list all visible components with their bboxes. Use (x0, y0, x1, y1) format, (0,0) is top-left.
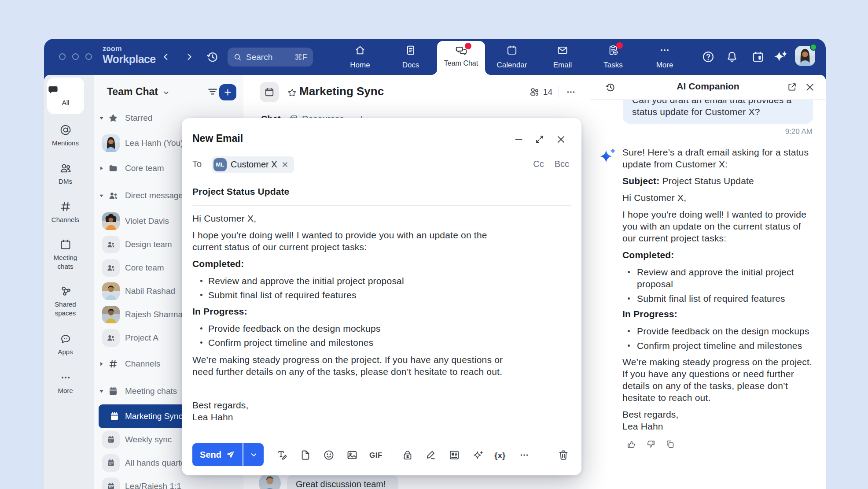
sidebar-item-lea-rajesh[interactable]: Lea/Rajesh 1:1 (94, 477, 243, 489)
rail-item-shared-spaces[interactable]: Sharedspaces (44, 285, 87, 318)
nav-label: Email (541, 61, 584, 70)
traffic-light-zoom[interactable] (85, 53, 92, 60)
rail-item-all[interactable]: All (47, 78, 84, 114)
bullet-list: Provide feedback on the design mockups C… (622, 325, 813, 352)
thumbs-up-icon[interactable] (626, 439, 636, 449)
bullet-item: Submit final list of required features (192, 289, 571, 301)
chevron-expanded-icon[interactable] (99, 389, 104, 394)
ai-companion-panel: AI Companion Can you draft an email that… (590, 75, 826, 489)
discard-trash-icon[interactable] (557, 449, 570, 461)
paragraph: Sure! Here’s a draft email asking for a … (622, 146, 813, 170)
toolbar-more-icon[interactable] (518, 449, 530, 461)
nav-calendar[interactable]: Calendar (491, 44, 533, 70)
open-in-new-icon[interactable] (787, 82, 798, 93)
send-plane-icon (225, 450, 235, 459)
nav-team-chat[interactable]: Team Chat (437, 41, 485, 75)
ai-compose-icon[interactable] (472, 449, 485, 461)
chevron-expanded-icon[interactable] (99, 116, 104, 121)
copy-icon[interactable] (665, 439, 675, 449)
new-chat-button[interactable] (219, 84, 236, 100)
chevron-collapsed-icon[interactable] (99, 362, 104, 367)
gif-icon[interactable]: GIF (369, 451, 383, 460)
channel-more-icon[interactable] (565, 86, 577, 98)
search-input[interactable]: Search ⌘F (228, 48, 313, 67)
rail-item-channels[interactable]: Channels (44, 200, 87, 224)
back-arrow-icon[interactable] (160, 51, 172, 63)
ai-close-icon[interactable] (804, 82, 816, 93)
favorite-star-icon[interactable] (287, 88, 297, 97)
rail-item-dms[interactable]: DMs (44, 162, 87, 186)
recipient-row: To ML Customer X Cc Bcc (192, 156, 571, 173)
rail-item-mentions[interactable]: Mentions (44, 123, 87, 148)
insert-image-icon[interactable] (346, 449, 358, 461)
recipient-name: Customer X (231, 159, 277, 170)
avatar-rajesh-sharma (102, 306, 120, 323)
recipient-chip[interactable]: ML Customer X (212, 156, 294, 173)
subject-field[interactable]: Project Status Update (192, 186, 289, 197)
attach-file-icon[interactable] (299, 449, 312, 461)
docs-icon (405, 44, 417, 57)
bold-heading: In Progress: (622, 308, 813, 320)
text-line: details on any of the tasks, please don’… (622, 380, 813, 392)
cc-button[interactable]: Cc (533, 159, 544, 169)
rail-item-label: Channels (44, 215, 87, 224)
bullet-list: Review and approve the initial projectpr… (622, 266, 813, 304)
paragraph: Subject: Project Status Update (622, 175, 813, 187)
text-line: Review and approve the initial project p… (208, 275, 404, 287)
template-icon[interactable] (448, 449, 460, 461)
remove-recipient-icon[interactable] (281, 161, 289, 168)
modal-close-icon[interactable] (555, 134, 566, 145)
bcc-button[interactable]: Bcc (555, 159, 569, 169)
email-body[interactable]: Hi Customer X, I hope you're doing well!… (192, 212, 571, 428)
rail-item-label: Apps (44, 348, 87, 356)
bold-heading: Completed: (622, 249, 813, 261)
nav-more[interactable]: More (644, 44, 686, 70)
send-button[interactable]: Send (192, 443, 243, 466)
notifications-bell-icon[interactable] (724, 49, 740, 65)
rail-item-label: Mentions (44, 139, 87, 148)
chevron-expanded-icon[interactable] (99, 193, 104, 198)
expand-icon[interactable] (534, 134, 545, 144)
team-chat-badge (465, 43, 471, 49)
nav-docs[interactable]: Docs (390, 44, 432, 70)
traffic-light-close[interactable] (59, 53, 66, 60)
history-icon[interactable] (206, 50, 220, 64)
encrypt-lock-icon[interactable] (401, 449, 414, 461)
ai-conversation: Can you draft an email that provides a s… (590, 100, 826, 489)
spacer (192, 382, 571, 399)
thumbs-down-icon[interactable] (646, 439, 656, 449)
nav-label: Calendar (491, 61, 533, 70)
rail-item-apps[interactable]: Apps (44, 332, 87, 356)
nav-tasks[interactable]: Tasks (592, 44, 634, 70)
format-text-icon[interactable] (276, 449, 288, 461)
avatar-nabil-rashad (102, 282, 120, 300)
filter-icon[interactable] (206, 85, 220, 98)
traffic-light-minimize[interactable] (72, 53, 79, 60)
rail-item-more[interactable]: More (44, 371, 87, 395)
ai-companion-sparkle-icon[interactable] (773, 49, 789, 65)
send-options-button[interactable] (243, 443, 264, 466)
signature-icon[interactable] (425, 449, 437, 461)
toolbar-divider (391, 449, 391, 461)
send-label: Send (200, 450, 221, 460)
nav-home[interactable]: Home (339, 44, 381, 70)
forward-arrow-icon[interactable] (183, 51, 195, 63)
bullet-text: Review and approve the initial projectpr… (637, 266, 794, 290)
nav-email[interactable]: Email (541, 44, 584, 70)
modal-title: New Email (192, 133, 243, 144)
bullet-list: Review and approve the initial project p… (192, 275, 571, 301)
minimize-icon[interactable] (514, 134, 524, 144)
rail-item-meeting-chats[interactable]: Meetingchats (44, 238, 87, 271)
bullet-item: Submit final list of required features (622, 293, 813, 304)
members-icon[interactable]: 14 (529, 86, 552, 98)
help-icon[interactable] (700, 49, 716, 65)
text-line: current status of our current project ta… (192, 241, 571, 253)
emoji-icon[interactable] (323, 449, 335, 461)
schedule-calendar-icon[interactable] (750, 49, 766, 65)
sidebar-item-label: Channels (125, 359, 160, 369)
sidebar-title[interactable]: Team Chat (107, 86, 170, 98)
variables-icon[interactable]: {x} (494, 451, 505, 460)
channels-hash-icon (44, 200, 87, 213)
meeting-avatar-icon (102, 454, 120, 472)
chevron-collapsed-icon[interactable] (99, 166, 104, 171)
